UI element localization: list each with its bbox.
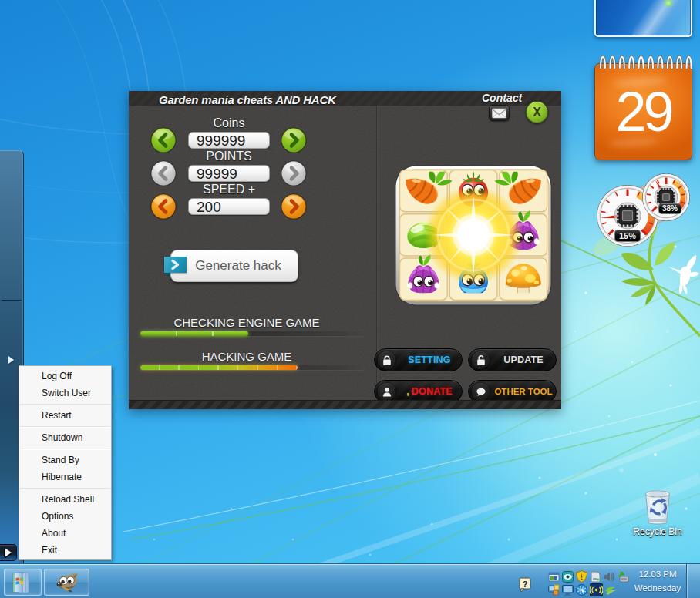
points-input[interactable]: 99999 bbox=[188, 165, 270, 182]
update-button[interactable]: UPDATE bbox=[468, 348, 557, 371]
menu-item-hibernate[interactable]: Hibernate bbox=[19, 469, 111, 485]
svg-text:?: ? bbox=[523, 580, 528, 589]
calendar-spiral-rings bbox=[594, 51, 692, 71]
setting-label: SETTING bbox=[398, 349, 461, 371]
taskbar-clock[interactable]: 12:03 PM Wednesday bbox=[632, 569, 683, 594]
recycle-bin-icon bbox=[641, 487, 675, 526]
background-window-fragment[interactable] bbox=[594, 0, 692, 37]
eye-monitor-icon[interactable] bbox=[562, 571, 574, 583]
menu-item-restart[interactable]: Restart bbox=[19, 407, 111, 424]
lock-closed-icon bbox=[378, 351, 395, 369]
desktop: 29 bbox=[0, 0, 700, 598]
contact-mail-button[interactable] bbox=[489, 105, 510, 121]
speed-increment-button[interactable] bbox=[281, 193, 307, 220]
calendar-day-number: 29 bbox=[594, 85, 692, 139]
other-tool-label: OTHER TOOL bbox=[492, 381, 555, 402]
person-icon bbox=[378, 383, 395, 401]
progress-label-hacking: HACKING GAME bbox=[140, 350, 353, 363]
cpu-meter-gadget[interactable]: 15% 38% bbox=[589, 173, 700, 253]
explorer-stack-icon bbox=[10, 570, 36, 595]
menu-item-log-off[interactable]: Log Off bbox=[19, 368, 111, 385]
cpu-gauges bbox=[589, 173, 700, 253]
eject-hardware-icon[interactable] bbox=[618, 571, 629, 583]
window-green-sparkle bbox=[663, 0, 674, 8]
display-icon[interactable] bbox=[562, 584, 574, 596]
menu-item-options[interactable]: Options bbox=[19, 508, 111, 525]
menu-separator bbox=[20, 448, 110, 449]
speed-decrement-button[interactable] bbox=[150, 193, 177, 220]
show-desktop-button[interactable] bbox=[686, 564, 700, 598]
volume-icon[interactable] bbox=[604, 571, 615, 583]
taskbar: ? 12:03 PM Wednesday bbox=[0, 563, 700, 598]
recycle-bin-label: Recycle Bin bbox=[632, 526, 683, 537]
generate-ribbon-icon bbox=[164, 257, 187, 273]
wireless-signal-icon[interactable] bbox=[590, 583, 601, 595]
window-light-beam bbox=[632, 0, 686, 37]
donate-label: ,DONATE bbox=[398, 381, 461, 402]
clock-time: 12:03 PM bbox=[632, 569, 683, 580]
menu-item-reload-shell[interactable]: Reload Shell bbox=[19, 491, 111, 508]
donate-prefix: , bbox=[406, 386, 409, 397]
speech-bubble-icon bbox=[472, 383, 490, 401]
calendar-gadget[interactable]: 29 bbox=[594, 51, 692, 162]
system-tray bbox=[543, 568, 635, 597]
window-footer-stripe bbox=[129, 400, 561, 409]
ribbon-fold bbox=[164, 273, 170, 278]
chevron-right-icon bbox=[281, 193, 307, 220]
flyout-arrow-icon bbox=[5, 548, 12, 557]
device-icon[interactable] bbox=[590, 571, 601, 583]
setting-button[interactable]: SETTING bbox=[374, 348, 463, 371]
menu-separator bbox=[20, 426, 110, 427]
cpu-usage-badge: 15% bbox=[614, 230, 641, 242]
generate-hack-label: Generate hack bbox=[188, 250, 288, 281]
progress-track bbox=[140, 331, 365, 336]
progress-track bbox=[140, 365, 365, 370]
menu-item-switch-user[interactable]: Switch User bbox=[19, 385, 111, 401]
taskbar-button-gimp[interactable] bbox=[44, 569, 89, 596]
generate-hack-button[interactable]: Generate hack bbox=[170, 250, 298, 282]
security-shield-icon[interactable] bbox=[576, 570, 587, 582]
points-label: POINTS bbox=[188, 150, 270, 163]
app-window-garden-mania-hack: Garden mania cheats AND HACK Contact X C… bbox=[129, 91, 561, 409]
chevron-right-icon bbox=[170, 259, 181, 270]
coins-input[interactable]: 999999 bbox=[188, 132, 270, 149]
taskbar-button-explorer[interactable] bbox=[4, 569, 42, 596]
flyout-button[interactable] bbox=[0, 544, 17, 561]
menu-item-shutdown[interactable]: Shutdown bbox=[19, 429, 111, 446]
chevron-left-icon bbox=[150, 193, 177, 220]
app-title: Garden mania cheats AND HACK bbox=[159, 93, 336, 106]
game-app-icon bbox=[395, 165, 552, 306]
ram-usage-badge: 38% bbox=[658, 203, 681, 214]
close-button[interactable]: X bbox=[526, 101, 548, 123]
context-menu: Log Off Switch User Restart Shutdown Sta… bbox=[19, 365, 112, 560]
update-label: UPDATE bbox=[492, 349, 555, 371]
speed-label: SPEED + bbox=[188, 183, 270, 196]
menu-item-exit[interactable]: Exit bbox=[19, 542, 111, 559]
field-row-speed: SPEED + 200 bbox=[129, 183, 329, 217]
network-globe-icon[interactable] bbox=[576, 584, 587, 596]
menu-separator bbox=[20, 488, 110, 489]
action-center-icon[interactable] bbox=[548, 571, 560, 583]
contact-label: Contact bbox=[482, 92, 522, 104]
progress-fill-hacking bbox=[140, 365, 298, 370]
envelope-icon bbox=[490, 106, 509, 120]
recycle-bin[interactable]: Recycle Bin bbox=[632, 487, 683, 537]
menu-item-about[interactable]: About bbox=[19, 525, 111, 542]
help-question-icon[interactable]: ? bbox=[519, 577, 532, 593]
speed-input[interactable]: 200 bbox=[188, 198, 270, 215]
progress-fill-checking bbox=[140, 331, 248, 336]
clock-day: Wednesday bbox=[632, 583, 683, 594]
green-wave-icon[interactable] bbox=[604, 585, 616, 596]
menu-item-stand-by[interactable]: Stand By bbox=[19, 452, 111, 469]
panel-separator bbox=[2, 300, 22, 301]
menu-separator bbox=[20, 404, 110, 405]
coins-label: Coins bbox=[188, 116, 270, 129]
panel-expand-arrow[interactable] bbox=[8, 356, 14, 364]
gimp-wilber-icon bbox=[52, 571, 82, 596]
field-row-points: POINTS 99999 bbox=[129, 150, 329, 183]
progress-label-checking: CHECKING ENGINE GAME bbox=[140, 316, 353, 329]
lock-open-icon bbox=[472, 351, 490, 369]
display-notes-icon[interactable] bbox=[548, 584, 560, 596]
field-row-coins: Coins 999999 bbox=[129, 116, 329, 150]
